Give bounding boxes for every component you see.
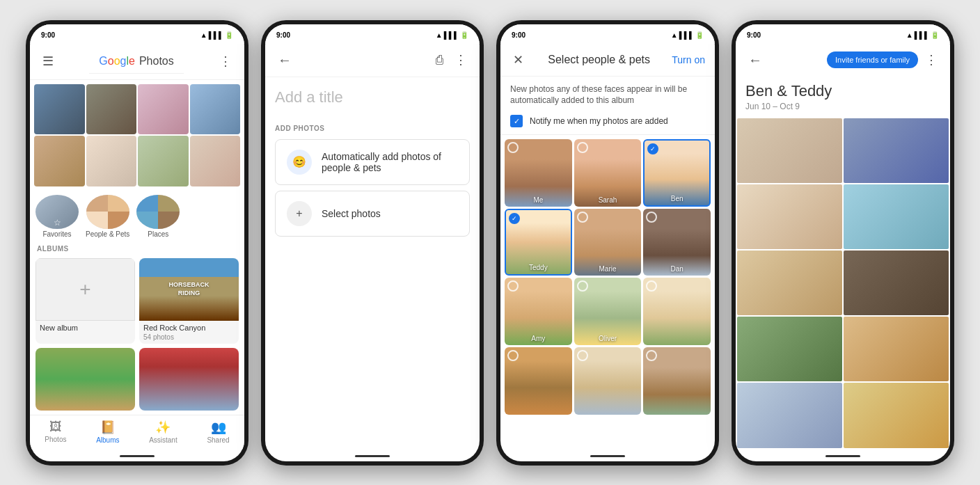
auto-add-option[interactable]: 😊 Automatically add photos of people & p… <box>275 139 470 185</box>
select-dan[interactable] <box>646 212 657 223</box>
add-photos-label: ADD PHOTOS <box>265 118 480 136</box>
select-unknown-2[interactable] <box>507 350 519 361</box>
mosaic-photo-2[interactable] <box>844 118 949 183</box>
person-unknown-1[interactable] <box>643 278 711 345</box>
mosaic-photo-5[interactable] <box>737 251 842 315</box>
nav-photos[interactable]: 🖼 Photos <box>45 420 66 444</box>
signal-icon-2: ▌▌▌ <box>444 31 459 39</box>
person-teddy[interactable]: ✓ Teddy <box>505 209 572 276</box>
places-thumb <box>136 195 180 229</box>
share-button-2[interactable]: ⎙ <box>433 49 446 70</box>
favorites-label: Favorites <box>42 230 71 238</box>
person-oliver[interactable]: Oliver <box>574 278 642 345</box>
photo-thumb-2[interactable] <box>86 84 137 135</box>
photo-thumb-8[interactable] <box>190 136 241 186</box>
notify-checkbox[interactable]: ✓ <box>510 115 523 127</box>
back-button-4[interactable]: ← <box>745 49 765 71</box>
signal-icon-3: ▌▌▌ <box>679 31 694 39</box>
select-photos-option[interactable]: + Select photos <box>275 191 470 237</box>
select-oliver[interactable] <box>577 280 588 292</box>
albums-nav-label: Albums <box>96 436 119 444</box>
logo-photos-text: Photos <box>139 55 174 67</box>
more-button-4[interactable]: ⋮ <box>922 49 940 70</box>
person-ben[interactable]: ✓ Ben <box>643 139 711 207</box>
assistant-nav-icon: ✨ <box>155 420 171 435</box>
photo-thumb-3[interactable] <box>138 84 189 135</box>
albums-grid: + New album HORSEBACKRIDING Red Rock Can… <box>30 254 244 348</box>
mosaic-photo-8[interactable] <box>844 317 949 381</box>
mosaic-photo-9[interactable] <box>737 383 842 447</box>
close-button-3[interactable]: ✕ <box>510 49 526 70</box>
signal-icon: ▌▌▌ <box>209 31 223 39</box>
face-icon: 😊 <box>292 155 306 168</box>
category-places[interactable]: Places <box>136 195 180 238</box>
select-amy[interactable] <box>507 280 519 292</box>
select-me[interactable] <box>507 142 519 153</box>
notify-label: Notify me when my photos are added <box>530 116 668 126</box>
p2-header-actions: ⎙ ⋮ <box>433 49 470 70</box>
phone-2: 9:00 ▲ ▌▌▌ 🔋 ← ⎙ <box>261 20 484 466</box>
person-marie[interactable]: Marie <box>574 209 642 276</box>
album-title-placeholder[interactable]: Add a title <box>265 77 480 118</box>
photos-nav-label: Photos <box>45 436 66 443</box>
mosaic-photo-7[interactable] <box>737 317 842 381</box>
mosaic-photo-3[interactable] <box>737 184 842 249</box>
more-button-2[interactable]: ⋮ <box>452 49 470 70</box>
mosaic-photo-6[interactable] <box>844 251 949 315</box>
photo-thumb-5[interactable] <box>34 136 85 186</box>
select-sarah[interactable] <box>577 142 588 153</box>
phone-bottom-bar-1 <box>30 450 244 461</box>
hamburger-button[interactable]: ☰ <box>40 51 56 72</box>
share-icon-2: ⎙ <box>436 53 443 67</box>
album-title: Ben & Teddy <box>736 77 950 102</box>
invite-button[interactable]: Invite friends or family <box>827 51 918 68</box>
select-marie[interactable] <box>577 212 588 223</box>
photo-thumb-4[interactable] <box>190 84 241 135</box>
mosaic-photo-4[interactable] <box>844 184 949 249</box>
home-indicator-1 <box>120 455 155 457</box>
red-rock-album-card[interactable]: HORSEBACKRIDING Red Rock Canyon 54 photo… <box>139 258 239 344</box>
category-people-pets[interactable]: People & Pets <box>86 195 129 238</box>
person-dan-name: Dan <box>643 265 711 273</box>
nav-assistant[interactable]: ✨ Assistant <box>149 420 177 444</box>
star-icon: ☆ <box>54 218 61 228</box>
signal-icons-2: ▲ ▌▌▌ 🔋 <box>436 31 468 39</box>
extra-photo-1[interactable] <box>35 348 135 411</box>
nav-albums[interactable]: 📔 Albums <box>96 420 119 444</box>
person-unknown-2[interactable] <box>505 347 572 415</box>
select-teddy[interactable]: ✓ <box>509 213 520 224</box>
mosaic-photo-1[interactable] <box>737 118 842 183</box>
photo-thumb-1[interactable] <box>34 84 85 135</box>
select-unknown-4[interactable] <box>646 350 657 361</box>
select-ben[interactable]: ✓ <box>647 143 658 154</box>
p2-header: ← ⎙ ⋮ <box>265 44 480 77</box>
photo-thumb-7[interactable] <box>138 136 189 186</box>
battery-icon-4: 🔋 <box>931 31 939 39</box>
person-unknown-4[interactable] <box>643 347 711 415</box>
person-me[interactable]: Me <box>505 139 572 207</box>
turn-on-button[interactable]: Turn on <box>672 54 705 65</box>
back-arrow-icon-2: ← <box>278 52 292 68</box>
p4-header: ← Invite friends or family ⋮ <box>736 44 950 77</box>
person-amy[interactable]: Amy <box>505 278 572 345</box>
select-unknown-1[interactable] <box>646 280 657 292</box>
person-dan[interactable]: Dan <box>643 209 711 276</box>
back-button-2[interactable]: ← <box>275 49 294 71</box>
category-favorites[interactable]: ☆ Favorites <box>35 195 79 238</box>
select-unknown-3[interactable] <box>577 350 588 361</box>
more-icon-4: ⋮ <box>925 52 938 67</box>
extra-photo-2[interactable] <box>139 348 239 411</box>
person-unknown-3[interactable] <box>574 347 642 415</box>
select-people-title: Select people & pets <box>548 54 650 66</box>
status-bar-2: 9:00 ▲ ▌▌▌ 🔋 <box>265 24 480 44</box>
new-album-card[interactable]: + New album <box>35 258 135 344</box>
nav-shared[interactable]: 👥 Shared <box>207 420 229 444</box>
mosaic-photo-10[interactable] <box>844 383 949 447</box>
new-album-name: New album <box>35 321 135 333</box>
person-sarah[interactable]: Sarah <box>574 139 642 207</box>
home-indicator-2 <box>355 455 390 457</box>
photo-thumb-6[interactable] <box>86 136 137 186</box>
more-options-button[interactable]: ⋮ <box>216 51 235 72</box>
select-plus-icon: + <box>287 201 312 226</box>
signal-icon-4: ▌▌▌ <box>915 31 929 39</box>
